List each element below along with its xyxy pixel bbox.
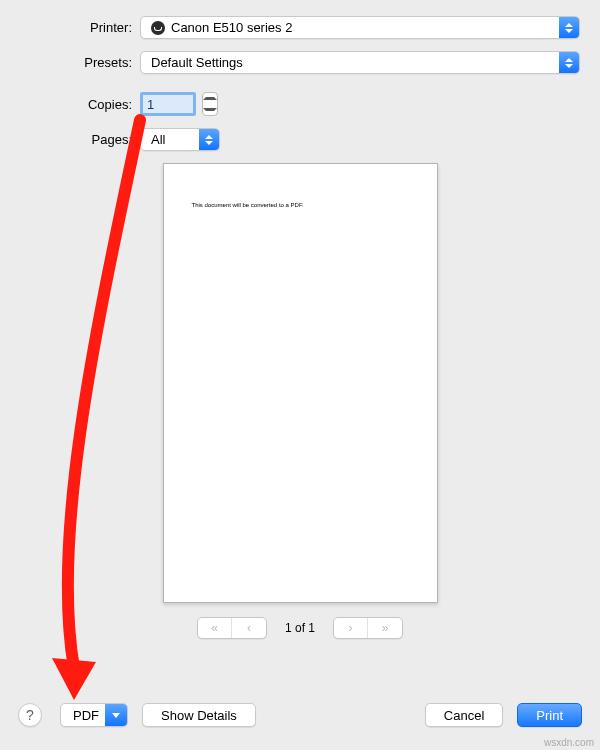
cancel-button[interactable]: Cancel bbox=[425, 703, 503, 727]
pdf-label: PDF bbox=[73, 708, 105, 723]
chevron-down-icon bbox=[105, 704, 127, 726]
copies-value: 1 bbox=[147, 97, 154, 112]
presets-label: Presets: bbox=[0, 55, 140, 70]
copies-input[interactable]: 1 bbox=[140, 92, 196, 116]
watermark: wsxdn.com bbox=[544, 737, 594, 748]
prev-page-button[interactable]: ‹ bbox=[232, 618, 266, 638]
preview-text: This document will be converted to a PDF… bbox=[192, 202, 304, 208]
chevron-updown-icon bbox=[559, 52, 579, 73]
last-page-button[interactable]: » bbox=[368, 618, 402, 638]
first-page-button[interactable]: « bbox=[198, 618, 232, 638]
printer-label: Printer: bbox=[0, 20, 140, 35]
svg-marker-0 bbox=[52, 658, 96, 700]
pager-next-group[interactable]: › » bbox=[333, 617, 403, 639]
pages-select[interactable]: All bbox=[140, 128, 220, 151]
printer-select[interactable]: Canon E510 series 2 bbox=[140, 16, 580, 39]
print-preview-page: This document will be converted to a PDF… bbox=[163, 163, 438, 603]
chevron-updown-icon bbox=[199, 129, 219, 150]
printer-status-icon bbox=[151, 21, 165, 35]
chevron-updown-icon bbox=[559, 17, 579, 38]
page-counter: 1 of 1 bbox=[285, 621, 315, 635]
copies-stepper[interactable] bbox=[202, 92, 218, 116]
pdf-menu-button[interactable]: PDF bbox=[60, 703, 128, 727]
help-button[interactable]: ? bbox=[18, 703, 42, 727]
pager-prev-group[interactable]: « ‹ bbox=[197, 617, 267, 639]
print-button[interactable]: Print bbox=[517, 703, 582, 727]
copies-label: Copies: bbox=[0, 97, 140, 112]
pages-value: All bbox=[151, 132, 165, 147]
stepper-up-icon bbox=[203, 97, 217, 100]
next-page-button[interactable]: › bbox=[334, 618, 368, 638]
stepper-down-icon bbox=[203, 108, 217, 111]
help-icon: ? bbox=[26, 707, 34, 723]
presets-value: Default Settings bbox=[151, 55, 243, 70]
pages-label: Pages: bbox=[0, 132, 140, 147]
printer-value: Canon E510 series 2 bbox=[171, 20, 292, 35]
show-details-button[interactable]: Show Details bbox=[142, 703, 256, 727]
presets-select[interactable]: Default Settings bbox=[140, 51, 580, 74]
